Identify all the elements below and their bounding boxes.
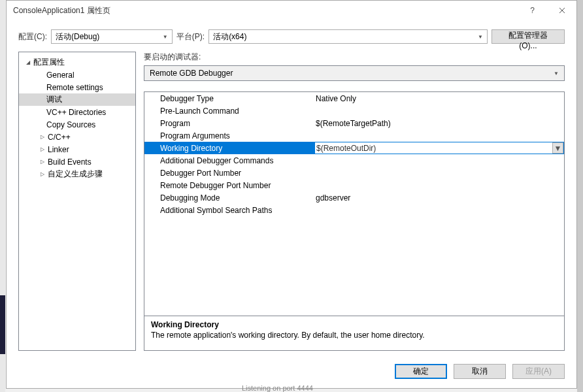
property-key: Debugging Mode: [144, 193, 314, 203]
property-row[interactable]: Remote Debugger Port Number: [144, 179, 564, 191]
tree-item[interactable]: ▷C/C++: [19, 131, 135, 143]
property-value[interactable]: $(RemoteOutDir)▼: [314, 142, 564, 154]
platform-value: 活动(x64): [213, 31, 478, 42]
main-area: ◢ 配置属性 GeneralRemote settings调试VC++ Dire…: [7, 49, 576, 357]
dialog-footer: 确定 取消 应用(A): [7, 357, 576, 388]
property-value[interactable]: Native Only: [314, 94, 564, 103]
property-row[interactable]: Debugger TypeNative Only: [144, 92, 564, 105]
config-dropdown[interactable]: 活动(Debug) ▼: [51, 29, 173, 44]
chevron-down-icon: ▼: [554, 144, 562, 153]
config-value: 活动(Debug): [56, 31, 163, 42]
description-panel: Working Directory The remote application…: [144, 316, 564, 350]
property-key: Debugger Port Number: [144, 169, 314, 178]
property-row[interactable]: Debugging Modegdbserver: [144, 191, 564, 204]
property-key: Remote Debugger Port Number: [144, 181, 314, 190]
tree-item-label: 自定义生成步骤: [46, 169, 103, 180]
property-row[interactable]: Working Directory$(RemoteOutDir)▼: [144, 142, 564, 154]
property-key: Pre-Launch Command: [144, 106, 314, 116]
property-value[interactable]: gdbserver: [314, 193, 564, 203]
tree-item-label: Build Events: [46, 157, 92, 167]
debugger-value: Remote GDB Debugger: [150, 69, 554, 78]
tree-root[interactable]: ◢ 配置属性: [19, 56, 135, 69]
property-row[interactable]: Additional Debugger Commands: [144, 154, 564, 167]
config-row: 配置(C): 活动(Debug) ▼ 平台(P): 活动(x64) ▼ 配置管理…: [7, 20, 576, 49]
platform-dropdown[interactable]: 活动(x64) ▼: [208, 29, 488, 44]
close-button[interactable]: [547, 1, 576, 20]
collapse-icon[interactable]: ◢: [24, 59, 32, 65]
tree-item-label: VC++ Directories: [45, 108, 106, 117]
tree-item-label: Copy Sources: [45, 120, 95, 129]
window-title: ConsoleApplication1 属性页: [13, 5, 518, 16]
property-row[interactable]: Additional Symbol Search Paths: [144, 204, 564, 216]
ok-button[interactable]: 确定: [395, 364, 447, 379]
right-panel: 要启动的调试器: Remote GDB Debugger ▼ Debugger …: [144, 52, 565, 351]
apply-button[interactable]: 应用(A): [512, 364, 565, 379]
property-key: Program: [144, 119, 314, 128]
tree-item[interactable]: ▷自定义生成步骤: [19, 168, 135, 180]
property-pages-dialog: ConsoleApplication1 属性页 ? 配置(C): 活动(Debu…: [6, 0, 577, 389]
property-value-text: $(RemoteOutDir): [316, 144, 376, 153]
property-key: Working Directory: [144, 144, 314, 153]
chevron-down-icon: ▼: [478, 34, 483, 40]
property-key: Additional Debugger Commands: [144, 156, 314, 165]
config-label: 配置(C):: [18, 31, 47, 42]
debugger-dropdown[interactable]: Remote GDB Debugger ▼: [144, 65, 565, 81]
tree-item-label: Linker: [46, 145, 69, 154]
tree-panel[interactable]: ◢ 配置属性 GeneralRemote settings调试VC++ Dire…: [18, 52, 136, 351]
status-text: Listening on port 4444: [242, 384, 313, 392]
property-row[interactable]: Program Arguments: [144, 129, 564, 142]
property-value-text: gdbserver: [316, 193, 350, 203]
chevron-down-icon: ▼: [163, 34, 168, 40]
chevron-down-icon: ▼: [554, 71, 559, 76]
property-key: Program Arguments: [144, 131, 314, 140]
property-key: Additional Symbol Search Paths: [144, 206, 314, 215]
tree-item[interactable]: Remote settings: [19, 81, 135, 93]
tree-root-label: 配置属性: [32, 57, 65, 68]
cancel-button[interactable]: 取消: [454, 364, 506, 379]
description-title: Working Directory: [151, 320, 558, 329]
tree-item[interactable]: 调试: [19, 93, 135, 106]
property-value[interactable]: $(RemoteTargetPath): [314, 119, 564, 128]
tree-item[interactable]: Copy Sources: [19, 118, 135, 131]
tree-item-label: C/C++: [46, 133, 71, 142]
outer-scrollbar[interactable]: [577, 0, 583, 392]
value-dropdown-button[interactable]: ▼: [552, 142, 563, 154]
expand-icon[interactable]: ▷: [39, 159, 46, 165]
property-grid: Debugger TypeNative OnlyPre-Launch Comma…: [144, 91, 565, 351]
expand-icon[interactable]: ▷: [39, 134, 46, 140]
property-grid-body[interactable]: Debugger TypeNative OnlyPre-Launch Comma…: [144, 92, 564, 316]
expand-icon[interactable]: ▷: [39, 171, 46, 177]
app-edge: [0, 0, 5, 392]
tree-item-label: Remote settings: [45, 83, 103, 92]
tree-item[interactable]: VC++ Directories: [19, 106, 135, 118]
expand-icon[interactable]: ▷: [39, 146, 46, 152]
property-value-text: Native Only: [316, 94, 356, 103]
help-button[interactable]: ?: [518, 1, 547, 20]
config-manager-button[interactable]: 配置管理器(O)...: [491, 29, 565, 44]
description-body: The remote application's working directo…: [151, 331, 558, 340]
tree-item[interactable]: ▷Build Events: [19, 155, 135, 168]
close-icon: [559, 7, 565, 14]
property-key: Debugger Type: [144, 94, 314, 103]
launch-label: 要启动的调试器:: [144, 52, 565, 63]
property-row[interactable]: Program$(RemoteTargetPath): [144, 117, 564, 129]
property-row[interactable]: Debugger Port Number: [144, 167, 564, 179]
tree-item-label: 调试: [45, 94, 62, 105]
tree-item[interactable]: ▷Linker: [19, 143, 135, 155]
property-row[interactable]: Pre-Launch Command: [144, 105, 564, 117]
platform-label: 平台(P):: [176, 31, 205, 42]
property-value-text: $(RemoteTargetPath): [316, 119, 391, 128]
titlebar: ConsoleApplication1 属性页 ?: [7, 1, 576, 20]
tree-item[interactable]: General: [19, 69, 135, 81]
tree-item-label: General: [45, 71, 75, 80]
